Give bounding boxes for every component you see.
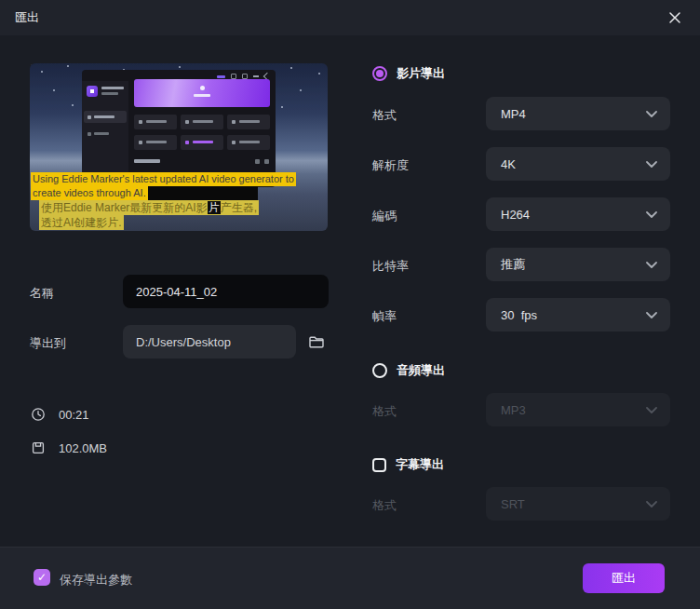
audio-export-section[interactable]: 音頻導出 (372, 362, 445, 379)
close-icon (668, 11, 681, 24)
encoding-label: 編碼 (372, 208, 397, 224)
audio-format-label: 格式 (372, 403, 397, 420)
preview-sidebar-icon (88, 132, 91, 136)
format-label: 格式 (372, 107, 397, 124)
preview-footer-text (134, 159, 160, 163)
duration-row: 00:21 (31, 407, 89, 422)
encoding-value: H264 (501, 208, 530, 222)
preview-banner-icon (200, 86, 205, 90)
folder-icon (307, 332, 326, 351)
encoding-dropdown[interactable]: H264 (486, 197, 670, 231)
preview-logo-text-line (101, 92, 118, 95)
video-preview: Using Eddie Marker's latest updated AI v… (30, 63, 328, 231)
preview-accent-dash (217, 75, 225, 78)
preview-banner (134, 79, 270, 107)
chevron-down-icon (646, 161, 657, 168)
subtitle-text: 使用Eddie Marker最新更新的AI影 (41, 201, 208, 214)
subtitle-format-value: SRT (501, 497, 525, 511)
subtitle-text: create videos through AI. (31, 186, 148, 200)
subtitle-english: Using Eddie Marker's latest updated AI v… (31, 172, 296, 200)
audio-format-dropdown: MP3 (486, 393, 670, 426)
destination-input[interactable] (123, 325, 296, 359)
resolution-label: 解析度 (372, 157, 409, 174)
audio-export-radio[interactable] (372, 363, 387, 378)
framerate-value: 30 fps (501, 308, 537, 322)
chevron-down-icon (646, 111, 657, 117)
format-value: MP4 (501, 107, 526, 121)
preview-tool-label (239, 141, 260, 143)
resolution-value: 4K (501, 157, 516, 171)
filesize-icon (31, 440, 46, 455)
preview-tool-label (146, 120, 167, 123)
preview-tool-label (193, 120, 213, 123)
preview-sidebar (82, 81, 128, 187)
chevron-down-icon (646, 407, 657, 413)
subtitle-selection-block (148, 186, 258, 200)
preview-app-window (82, 70, 276, 187)
subtitle-export-section[interactable]: 字幕導出 (372, 456, 444, 473)
export-button-label: 匯出 (612, 570, 636, 587)
preview-tool-icon (185, 120, 189, 124)
audio-export-title: 音頻導出 (397, 362, 445, 379)
subtitle-export-title: 字幕導出 (396, 456, 444, 473)
preview-banner-text (194, 94, 210, 97)
resolution-dropdown[interactable]: 4K (486, 147, 670, 181)
preview-tool-icon (139, 120, 142, 124)
preview-sidebar-icon (88, 115, 91, 119)
close-button[interactable] (665, 7, 685, 28)
subtitle-english-line1: Using Eddie Marker's latest updated AI v… (31, 172, 296, 186)
subtitle-text: Using Eddie Marker's latest updated AI v… (31, 172, 296, 186)
preview-tool-button (134, 135, 177, 150)
preview-tool-button (134, 115, 177, 129)
destination-label: 導出到 (30, 335, 66, 352)
video-export-radio[interactable] (372, 66, 387, 81)
chevron-down-icon (646, 312, 657, 318)
filesize-row: 102.0MB (31, 440, 107, 455)
preview-footer-icon (264, 159, 269, 164)
preview-tool-icon (232, 141, 236, 144)
subtitle-format-label: 格式 (372, 497, 397, 514)
name-input[interactable] (123, 275, 329, 308)
subtitle-text: 透过AI创建影片. (39, 215, 124, 230)
subtitle-english-line2: create videos through AI. (31, 186, 296, 200)
preview-sidebar-label (94, 115, 114, 118)
preview-tool-button-ai (181, 135, 223, 150)
video-export-title: 影片導出 (397, 65, 445, 82)
preview-logo-text-line (101, 87, 124, 89)
bitrate-label: 比特率 (372, 258, 409, 275)
preview-tool-label (239, 120, 260, 123)
subtitle-text: 产生器, (221, 201, 257, 214)
subtitle-export-checkbox[interactable] (372, 458, 386, 472)
subtitle-chinese-line1: 使用Eddie Marker最新更新的AI影片产生器, (39, 200, 259, 215)
preview-tool-button (227, 115, 270, 129)
preview-app-logo (87, 86, 98, 97)
audio-format-value: MP3 (501, 403, 526, 417)
save-params-checkbox[interactable]: ✓ (34, 569, 50, 586)
preview-tool-label (193, 141, 213, 143)
preview-tool-icon (185, 141, 189, 144)
export-button[interactable]: 匯出 (583, 563, 665, 593)
bitrate-dropdown[interactable]: 推薦 (486, 248, 670, 281)
dialog-title: 匯出 (15, 9, 39, 26)
clock-icon (31, 407, 46, 422)
bitrate-value: 推薦 (501, 256, 525, 273)
preview-footer-icon (255, 159, 260, 164)
subtitle-format-dropdown: SRT (486, 487, 670, 521)
framerate-dropdown[interactable]: 30 fps (486, 298, 670, 332)
subtitle-chinese-line2: 透过AI创建影片. (39, 215, 259, 230)
framerate-label: 幀率 (372, 308, 397, 325)
dialog-footer: ✓ 保存導出參數 匯出 (0, 547, 700, 609)
browse-folder-button[interactable] (305, 331, 328, 353)
preview-stars (30, 63, 32, 65)
check-icon: ✓ (37, 571, 47, 584)
chevron-down-icon (646, 501, 657, 508)
dialog-titlebar: 匯出 (0, 0, 700, 35)
subtitle-chinese: 使用Eddie Marker最新更新的AI影片产生器, 透过AI创建影片. (39, 200, 259, 230)
save-params-label: 保存導出參數 (60, 572, 132, 589)
subtitle-text: 使用Eddie Marker最新更新的AI影片产生器, (39, 200, 259, 215)
video-export-section[interactable]: 影片導出 (372, 65, 445, 82)
filesize-value: 102.0MB (59, 441, 107, 455)
format-dropdown[interactable]: MP4 (486, 97, 670, 130)
preview-tool-label (146, 141, 167, 143)
preview-tool-button (181, 115, 223, 129)
